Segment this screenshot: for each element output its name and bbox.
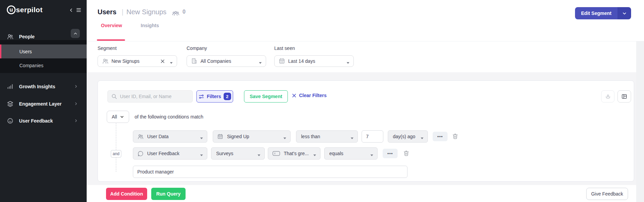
segment-query-card: Filters 2 Save Segment Clear Filters All bbox=[98, 80, 634, 182]
download-button[interactable] bbox=[601, 90, 614, 103]
current-segment-name: New Signups bbox=[126, 8, 167, 16]
match-mode-value: All bbox=[112, 114, 117, 120]
sidebar-item-users[interactable]: Users bbox=[0, 44, 87, 58]
company-filter-label: Company bbox=[187, 45, 207, 51]
edit-segment-split-button: Edit Segment bbox=[575, 7, 631, 19]
filters-button-label: Filters bbox=[207, 94, 221, 99]
sidebar-item-user-feedback[interactable]: User Feedback bbox=[0, 114, 87, 128]
users-icon bbox=[137, 133, 144, 140]
sidebar-item-label: User Feedback bbox=[19, 118, 53, 124]
user-search bbox=[107, 90, 193, 103]
caret-down-icon bbox=[421, 137, 423, 141]
condition1-operator-dropdown[interactable]: less than bbox=[296, 130, 358, 143]
sidebar-collapse-control[interactable] bbox=[69, 7, 82, 13]
company-filter-dropdown[interactable]: All Companies bbox=[187, 55, 266, 67]
filters-button[interactable]: Filters 2 bbox=[196, 90, 233, 103]
condition1-unit-value: day(s) ago bbox=[393, 134, 415, 139]
chevron-right-icon bbox=[74, 102, 78, 106]
people-subnav: Users Companies bbox=[0, 40, 87, 73]
sidebar-item-engagement-layer[interactable]: Engagement Layer bbox=[0, 97, 87, 111]
text-field-icon bbox=[272, 150, 280, 157]
columns-button[interactable] bbox=[617, 90, 631, 103]
tab-insights[interactable]: Insights bbox=[141, 23, 159, 28]
caret-down-icon bbox=[258, 154, 260, 158]
last-seen-filter-dropdown[interactable]: Last 14 days bbox=[274, 55, 354, 67]
condition2-operator-dropdown[interactable]: equals bbox=[324, 147, 378, 160]
segment-user-count: 0 bbox=[182, 9, 186, 15]
users-icon bbox=[102, 58, 109, 65]
search-icon bbox=[111, 93, 117, 99]
smiley-icon bbox=[7, 117, 14, 124]
condition2-field-value: User Feedback bbox=[147, 151, 179, 156]
condition1-attribute-dropdown[interactable]: Signed Up bbox=[213, 130, 291, 143]
condition1-attribute-value: Signed Up bbox=[227, 134, 249, 139]
chevron-right-icon bbox=[74, 119, 78, 123]
tab-overview[interactable]: Overview bbox=[101, 23, 122, 28]
condition2-field-dropdown[interactable]: User Feedback bbox=[133, 147, 207, 160]
chat-bubble-icon bbox=[137, 150, 144, 157]
condition1-field-value: User Data bbox=[147, 134, 169, 139]
sidebar-item-label: Users bbox=[19, 49, 32, 54]
chevron-right-icon bbox=[74, 85, 78, 89]
caret-down-icon bbox=[313, 154, 316, 158]
condition2-question-dropdown[interactable]: That's gre... bbox=[268, 147, 320, 160]
edit-segment-dropdown-button[interactable] bbox=[617, 7, 631, 19]
search-input[interactable] bbox=[120, 94, 188, 99]
calendar-icon bbox=[217, 133, 224, 140]
add-condition-button[interactable]: Add Condition bbox=[106, 188, 147, 200]
sidebar-item-companies[interactable]: Companies bbox=[0, 58, 87, 72]
company-filter-value: All Companies bbox=[201, 58, 231, 64]
sidebar-item-label: People bbox=[19, 34, 35, 39]
segment-filter-dropdown[interactable]: New Signups bbox=[98, 55, 177, 67]
match-mode-dropdown[interactable]: All bbox=[107, 111, 129, 123]
sidebar: u serpilot People Us bbox=[0, 0, 87, 202]
filters-count-badge: 2 bbox=[224, 93, 231, 100]
save-segment-button[interactable]: Save Segment bbox=[244, 90, 288, 103]
condition-connector-line bbox=[116, 123, 116, 172]
edit-segment-button[interactable]: Edit Segment bbox=[575, 7, 617, 19]
last-seen-filter-value: Last 14 days bbox=[288, 58, 315, 64]
caret-down-icon bbox=[259, 62, 262, 65]
condition1-unit-dropdown[interactable]: day(s) ago bbox=[388, 130, 428, 143]
close-icon bbox=[292, 93, 297, 98]
active-tab-indicator bbox=[97, 39, 125, 41]
condition1-value-input[interactable] bbox=[362, 130, 383, 143]
chevron-down-icon bbox=[120, 115, 124, 119]
table-layout-icon bbox=[621, 93, 627, 99]
segment-filter-value: New Signups bbox=[111, 58, 140, 64]
condition2-attribute-dropdown[interactable]: Surveys bbox=[211, 147, 265, 160]
active-indicator bbox=[0, 44, 1, 58]
condition2-question-value: That's gre... bbox=[284, 151, 309, 156]
calendar-icon bbox=[279, 58, 285, 65]
condition2-more-options-button[interactable]: ••• bbox=[383, 149, 398, 158]
condition1-operator-value: less than bbox=[301, 134, 320, 139]
sidebar-item-growth-insights[interactable]: Growth Insights bbox=[0, 80, 87, 93]
userpilot-logo: u serpilot bbox=[7, 5, 42, 14]
logo-u-mark: u bbox=[7, 5, 16, 14]
condition2-answer-input[interactable] bbox=[133, 166, 407, 178]
people-icon bbox=[7, 33, 14, 40]
layers-icon bbox=[7, 100, 14, 107]
sidebar-item-label: Engagement Layer bbox=[19, 101, 62, 107]
clear-segment-icon[interactable] bbox=[160, 58, 166, 65]
hamburger-menu-icon bbox=[76, 7, 82, 13]
condition2-operator-value: equals bbox=[329, 151, 343, 156]
bar-chart-icon bbox=[7, 83, 14, 90]
collapse-people-button[interactable] bbox=[71, 29, 80, 38]
give-feedback-button[interactable]: Give Feedback bbox=[586, 188, 628, 200]
condition1-more-options-button[interactable]: ••• bbox=[433, 132, 448, 141]
caret-down-icon bbox=[347, 62, 349, 65]
clear-filters-button[interactable]: Clear Filters bbox=[292, 93, 327, 98]
sidebar-item-label: Growth Insights bbox=[19, 84, 55, 89]
condition1-field-dropdown[interactable]: User Data bbox=[133, 130, 207, 143]
scrollbar-gutter[interactable] bbox=[636, 41, 644, 202]
sliders-icon bbox=[198, 94, 204, 99]
users-group-icon bbox=[172, 10, 179, 17]
download-icon bbox=[605, 93, 611, 99]
title-divider: | bbox=[122, 8, 123, 16]
condition2-delete-button[interactable] bbox=[403, 150, 410, 157]
run-query-button[interactable]: Run Query bbox=[151, 188, 186, 200]
caret-down-icon bbox=[200, 137, 203, 141]
condition1-delete-button[interactable] bbox=[452, 133, 459, 140]
last-seen-filter-label: Last seen bbox=[274, 45, 295, 51]
